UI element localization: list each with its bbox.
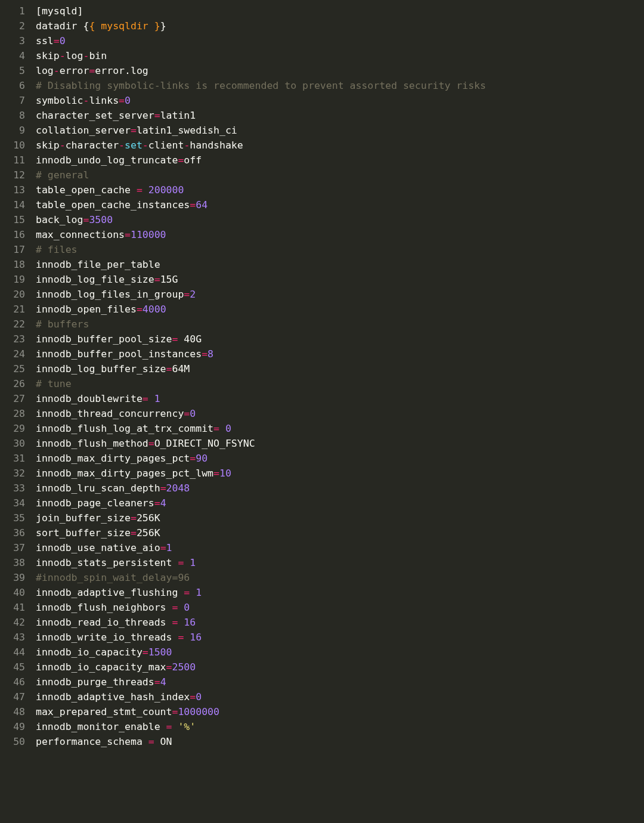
code-line[interactable]: innodb_stats_persistent = 1: [36, 555, 644, 570]
line-number: 10: [0, 138, 25, 153]
code-token: 0: [196, 691, 202, 703]
code-line[interactable]: max_connections=110000: [36, 227, 644, 242]
code-line[interactable]: # general: [36, 168, 644, 182]
code-line[interactable]: innodb_doublewrite= 1: [36, 391, 644, 406]
code-token: =: [131, 125, 137, 136]
code-token: '%': [178, 721, 196, 732]
code-token: innodb_doublewrite: [36, 393, 143, 404]
code-token: =: [184, 289, 190, 300]
code-line[interactable]: innodb_open_files=4000: [36, 302, 644, 317]
code-line[interactable]: table_open_cache = 200000: [36, 182, 644, 197]
code-token: #innodb_spin_wait_delay=96: [36, 572, 190, 583]
code-token: 0: [60, 35, 66, 47]
line-number: 13: [0, 182, 25, 197]
code-line[interactable]: innodb_page_cleaners=4: [36, 496, 644, 510]
code-line[interactable]: skip-character-set-client-handshake: [36, 138, 644, 153]
code-token: =: [137, 304, 143, 315]
code-token: 64: [196, 199, 208, 211]
code-token: [219, 423, 225, 434]
code-token: {: [89, 20, 95, 32]
code-line[interactable]: innodb_use_native_aio=1: [36, 540, 644, 555]
code-line[interactable]: innodb_io_capacity=1500: [36, 645, 644, 660]
code-line[interactable]: join_buffer_size=256K: [36, 510, 644, 525]
code-token: =: [131, 512, 137, 524]
code-line[interactable]: innodb_flush_neighbors = 0: [36, 600, 644, 615]
code-line[interactable]: innodb_flush_log_at_trx_commit= 0: [36, 421, 644, 436]
code-token: =: [54, 35, 60, 47]
code-line[interactable]: innodb_monitor_enable = '%': [36, 719, 644, 734]
line-number: 4: [0, 48, 25, 63]
code-token: innodb_use_native_aio: [36, 542, 160, 553]
code-token: innodb_lru_scan_depth: [36, 482, 160, 494]
code-line[interactable]: # tune: [36, 376, 644, 391]
line-number: 47: [0, 689, 25, 704]
code-line[interactable]: innodb_max_dirty_pages_pct_lwm=10: [36, 466, 644, 481]
code-line[interactable]: character_set_server=latin1: [36, 108, 644, 123]
code-line[interactable]: innodb_log_files_in_group=2: [36, 287, 644, 302]
code-token: {: [83, 20, 89, 32]
code-line[interactable]: innodb_lru_scan_depth=2048: [36, 481, 644, 496]
code-token: [178, 602, 184, 613]
code-line[interactable]: innodb_log_buffer_size=64M: [36, 361, 644, 376]
code-token: error: [60, 65, 89, 76]
code-token: character: [66, 140, 119, 151]
code-line[interactable]: collation_server=latin1_swedish_ci: [36, 123, 644, 138]
code-line[interactable]: # Disabling symbolic-links is recommende…: [36, 78, 644, 93]
code-token: -: [83, 50, 89, 61]
code-token: [143, 184, 148, 196]
line-number: 8: [0, 108, 25, 123]
code-token: innodb_adaptive_hash_index: [36, 691, 190, 703]
code-token: table_open_cache_instances: [36, 199, 190, 211]
code-token: [148, 393, 154, 404]
code-line[interactable]: ssl=0: [36, 33, 644, 48]
code-line[interactable]: innodb_buffer_pool_instances=8: [36, 346, 644, 361]
code-line[interactable]: symbolic-links=0: [36, 93, 644, 108]
code-line[interactable]: innodb_adaptive_flushing = 1: [36, 585, 644, 600]
code-line[interactable]: skip-log-bin: [36, 48, 644, 63]
code-token: latin1_swedish_ci: [137, 125, 237, 136]
code-token: O_DIRECT_NO_FSYNC: [154, 438, 255, 449]
code-line[interactable]: # buffers: [36, 317, 644, 332]
code-line[interactable]: datadir {{ mysqldir }}: [36, 18, 644, 33]
code-token: =: [119, 95, 125, 106]
code-token: 1: [154, 393, 160, 404]
line-number: 38: [0, 555, 25, 570]
code-line[interactable]: back_log=3500: [36, 212, 644, 227]
code-line[interactable]: innodb_purge_threads=4: [36, 675, 644, 689]
line-number-gutter: 1234567891011121314151617181920212223242…: [0, 4, 36, 749]
code-line[interactable]: innodb_undo_log_truncate=off: [36, 153, 644, 168]
code-line[interactable]: innodb_io_capacity_max=2500: [36, 660, 644, 675]
code-area[interactable]: [mysqld]datadir {{ mysqldir }}ssl=0skip-…: [36, 4, 644, 749]
line-number: 43: [0, 630, 25, 645]
code-token: =: [178, 632, 184, 643]
code-line[interactable]: # files: [36, 242, 644, 257]
code-line[interactable]: table_open_cache_instances=64: [36, 197, 644, 212]
code-line[interactable]: max_prepared_stmt_count=1000000: [36, 704, 644, 719]
code-line[interactable]: performance_schema = ON: [36, 734, 644, 749]
code-line[interactable]: log-error=error.log: [36, 63, 644, 78]
code-line[interactable]: innodb_thread_concurrency=0: [36, 406, 644, 421]
code-token: links: [89, 95, 119, 106]
code-editor[interactable]: 1234567891011121314151617181920212223242…: [0, 0, 644, 749]
code-line[interactable]: [mysqld]: [36, 4, 644, 18]
code-line[interactable]: #innodb_spin_wait_delay=96: [36, 570, 644, 585]
code-token: =: [160, 542, 166, 553]
line-number: 30: [0, 436, 25, 451]
code-token: -: [184, 140, 190, 151]
line-number: 36: [0, 525, 25, 540]
code-token: =: [131, 527, 137, 539]
code-token: 4: [160, 497, 166, 509]
code-line[interactable]: innodb_buffer_pool_size= 40G: [36, 332, 644, 346]
code-line[interactable]: sort_buffer_size=256K: [36, 525, 644, 540]
line-number: 29: [0, 421, 25, 436]
code-token: 1: [190, 557, 196, 568]
code-line[interactable]: innodb_file_per_table: [36, 257, 644, 272]
code-line[interactable]: innodb_write_io_threads = 16: [36, 630, 644, 645]
code-line[interactable]: innodb_read_io_threads = 16: [36, 615, 644, 630]
code-token: [172, 721, 178, 732]
code-line[interactable]: innodb_flush_method=O_DIRECT_NO_FSYNC: [36, 436, 644, 451]
code-line[interactable]: innodb_max_dirty_pages_pct=90: [36, 451, 644, 466]
code-line[interactable]: innodb_adaptive_hash_index=0: [36, 689, 644, 704]
code-line[interactable]: innodb_log_file_size=15G: [36, 272, 644, 287]
code-token: 1: [196, 587, 202, 598]
